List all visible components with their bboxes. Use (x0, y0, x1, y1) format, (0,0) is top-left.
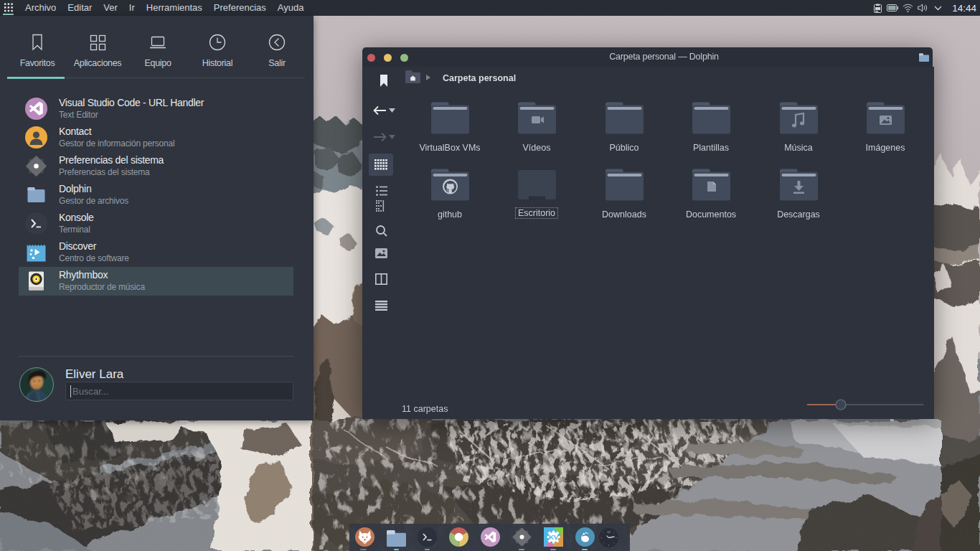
svg-text:KV: KV (549, 533, 559, 541)
svg-text:12: 12 (607, 530, 611, 534)
